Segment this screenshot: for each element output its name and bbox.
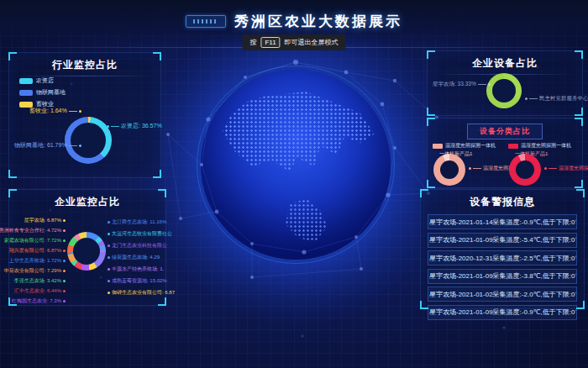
panel-corner [8, 52, 17, 60]
label-dot-icon [63, 219, 66, 222]
enterprise-right-labels: 北汀舜生态农场: 11.16% 大运河生态牧业有限责任公 龙门生态农业科技有限公… [106, 213, 175, 297]
class-panel-title: 设备分类占比 [467, 124, 543, 139]
enterprise-monitor-panel: 企业监控占比 星宇农场: 6.87% 秀洲粮食专业合作社: 4.72% 家庭农场… [8, 189, 166, 306]
chart-label: 丰源水产特色养殖场: 1. [106, 265, 164, 273]
panel-corner [575, 118, 583, 126]
label-dot-icon [63, 290, 66, 292]
enterprise-donut-chart[interactable] [67, 232, 106, 271]
legend-item[interactable]: 温湿度光照探测一体机 [508, 142, 571, 150]
panel-corner [153, 52, 161, 60]
label-dot-icon [63, 260, 66, 262]
alert-item: 星宇农场-2021-01-09采集温度:-3.8℃,低于下限:0℃ [428, 269, 577, 284]
label-dot-icon [108, 292, 110, 294]
alert-item: 星宇农场-2021-01-02采集温度:-2.0℃,低于下限:0℃ [428, 287, 577, 302]
fullscreen-exit-tooltip: 按 F11 即可退出全屏模式 [242, 34, 345, 50]
class-charts: 温湿度光照探测一体机 一体机新产品1 温湿度光照探测一 温湿度光照探测一体机 一… [428, 142, 582, 186]
chart-label: 上华生态养殖场: 1.72% [9, 257, 67, 265]
chart-label: 中荷农业有限公司: 7.29% [4, 267, 67, 275]
enterprise-left-labels: 星宇农场: 6.87% 秀洲粮食专业合作社: 4.72% 家庭农场有限公司: 7… [12, 213, 67, 305]
class-chart: 温湿度光照探测一体机 一体机新产品1 温湿度光照探测一 [429, 142, 505, 186]
tooltip-suffix: 即可退出全屏模式 [285, 38, 339, 47]
enterprise-panel-title: 企业监控占比 [9, 190, 165, 213]
panel-corner [8, 297, 17, 306]
tooltip-prefix: 按 [249, 38, 256, 47]
device-donut-chart[interactable] [486, 73, 522, 108]
industry-donut-chart[interactable] [65, 117, 112, 164]
panel-corner [575, 50, 583, 59]
legend-item[interactable]: 温湿度光照探测一体机 [433, 142, 496, 150]
device-left-label: 星宇农场: 33.33% [433, 81, 491, 88]
chart-label: 李强生态农场: 3.42% [14, 277, 67, 285]
industry-panel-title: 行业监控占比 [9, 53, 160, 76]
class-donut-chart[interactable] [433, 154, 465, 186]
chart-label: 星宇农场: 6.87% [24, 217, 67, 224]
legend-label: 温湿度光照探测一体机 [445, 142, 496, 150]
islands-dots [281, 199, 330, 244]
label-dot-icon [108, 268, 110, 271]
chart-label: 龙门生态农业科技有限公 [106, 242, 167, 250]
device-alerts-panel: 设备警报信息 星宇农场-2021-01-14采集温度:-0.9℃,低于下限:0℃… [420, 189, 585, 309]
chart-label: 家庭农场有限公司: 7.72% [4, 237, 67, 244]
panel-corner [576, 301, 585, 309]
label-dot-icon [63, 239, 66, 242]
label-dot-icon [63, 250, 66, 252]
legend-swatch-icon [508, 144, 518, 149]
legend-swatch-icon [433, 144, 443, 149]
globe-glow [134, 13, 462, 323]
legend-label: 物联网基地 [36, 88, 66, 97]
panel-corner [576, 189, 585, 197]
panel-corner [427, 50, 435, 59]
label-dot-icon [108, 233, 110, 235]
legend-swatch-icon [19, 78, 33, 84]
industry-monitor-panel: 行业监控占比 农资店 物联网基地 畜牧业 畜牧业: 1.64% 农资店: 36.… [8, 52, 161, 178]
globe-map [201, 70, 391, 260]
continent-dots [216, 87, 379, 204]
panel-corner [153, 170, 161, 178]
panel-corner [8, 170, 17, 178]
alert-item: 星宇农场-2021-01-09采集温度:-5.4℃,低于下限:0℃ [428, 233, 577, 248]
chart-label: 绿荷源生态农场: 4.29 [106, 254, 160, 261]
label-dot-icon [63, 280, 66, 282]
panel-corner [427, 108, 435, 116]
livestock-label: 畜牧业: 1.64% [29, 107, 81, 115]
globe-visualization [201, 70, 391, 260]
chart-label: 汇丰生态农业: 6.44% [14, 287, 67, 295]
alert-item: 星宇农场-2021-01-14采集温度:-0.9℃,低于下限:0℃ [428, 214, 577, 229]
chart-label: 成熟蓝莓资源地: 15.02% [106, 277, 167, 285]
device-panel-title: 企业设备占比 [428, 51, 582, 74]
panel-corner [8, 189, 17, 197]
class-chart: 温湿度光照探测一体机 一体机新产品1 温湿度光照探测一 [505, 142, 580, 186]
legend-item[interactable]: 农资店 [19, 76, 66, 85]
legend-swatch-icon [19, 90, 33, 96]
globe-sphere [201, 70, 391, 260]
legend-item[interactable]: 物联网基地 [19, 88, 66, 97]
legend-label: 农资店 [36, 76, 54, 85]
label-dot-icon [63, 270, 66, 272]
panel-corner [427, 118, 435, 126]
chart-label: 秀洲粮食专业合作社: 4.72% [0, 227, 67, 234]
label-dot-icon [63, 229, 66, 232]
globe-outer-ring [197, 66, 395, 264]
chart-label: 红梅园生态农业: 7.3% [12, 297, 67, 305]
iot-base-label: 物联网基地: 61.79% [14, 141, 81, 150]
main-segment-label: 温湿度光照探测一 [544, 165, 588, 172]
panel-corner [575, 108, 583, 116]
device-right-label: 民主村党群服务中心: [525, 95, 588, 103]
chart-label: 翔兴发有限公司: 6.87% [9, 247, 67, 255]
chart-label: 御碑生态农业有限公司: 6.87 [106, 289, 175, 297]
label-dot-icon [108, 221, 110, 223]
class-donut-chart[interactable] [509, 154, 541, 186]
legend-label: 温湿度光照探测一体机 [521, 142, 571, 150]
chart-label: 大运河生态牧业有限责任公 [106, 230, 172, 238]
industry-legend: 农资店 物联网基地 畜牧业 [19, 76, 66, 108]
label-dot-icon [108, 280, 110, 282]
alert-item: 星宇农场-2021-01-09采集温度:-0.9℃,低于下限:0℃ [428, 305, 577, 320]
panel-corner [420, 301, 428, 309]
alert-list: 星宇农场-2021-01-14采集温度:-0.9℃,低于下限:0℃ 星宇农场-2… [421, 213, 584, 320]
label-dot-icon [108, 244, 110, 247]
device-ratio-panel: 企业设备占比 星宇农场: 33.33% 民主村党群服务中心: [427, 50, 583, 116]
page-title: 秀洲区农业大数据展示 [234, 12, 402, 31]
alerts-panel-title: 设备警报信息 [421, 190, 584, 213]
chart-label: 北汀舜生态农场: 11.16% [106, 218, 166, 226]
store-label: 农资店: 36.57% [107, 122, 162, 130]
